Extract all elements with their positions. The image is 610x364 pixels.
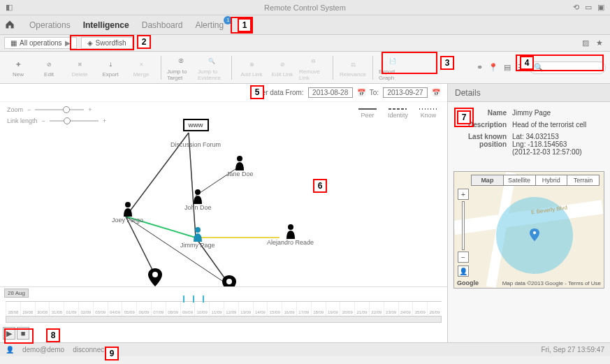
remove-link-button[interactable]: ⊖Remove Link xyxy=(299,54,327,82)
picture-icon[interactable]: ▨ xyxy=(581,38,590,48)
value-lng: Lng: -118.154563 xyxy=(512,140,604,148)
legend-know: Know xyxy=(421,112,437,119)
export-graph-button[interactable]: 📄Export Graph xyxy=(379,54,407,82)
tab-dashboard[interactable]: Dashboard xyxy=(142,20,183,30)
filter-to-input[interactable]: 2013-09-27 xyxy=(383,87,428,98)
node-label: Jane Doe xyxy=(226,170,254,177)
crumb-all-operations[interactable]: ▦ All operations ▶ xyxy=(4,37,77,49)
zoom-label: Zoom xyxy=(7,106,23,113)
view-pin-icon[interactable]: 📍 xyxy=(488,63,498,73)
merge-button[interactable]: ⨉Merge xyxy=(127,54,155,82)
map-tab-map[interactable]: Map xyxy=(472,175,504,185)
svg-line-4 xyxy=(189,133,196,238)
callout-2: 2 xyxy=(137,35,151,49)
map-zoom-rail[interactable] xyxy=(462,201,465,250)
home-icon[interactable] xyxy=(4,19,17,31)
delete-button[interactable]: ✖Delete xyxy=(66,54,94,82)
operations-icon: ▦ xyxy=(10,39,17,47)
map-type-tabs: Map Satellite Hybrid Terrain xyxy=(471,175,600,186)
map-tab-hybrid[interactable]: Hybrid xyxy=(536,175,568,185)
tab-alerting[interactable]: Alerting 1 xyxy=(195,20,224,30)
star-icon[interactable]: ★ xyxy=(595,38,604,48)
view-graph-icon[interactable]: ⚭ xyxy=(474,63,484,73)
callout-3: 3 xyxy=(440,56,454,70)
crumb-target[interactable]: ◈ Swordfish xyxy=(81,37,133,49)
map-zoom-control: + − 👤 xyxy=(457,189,470,277)
tab-operations[interactable]: Operations xyxy=(29,20,71,30)
timeline-tag[interactable]: 28 Aug xyxy=(4,289,29,298)
node-alejandro[interactable]: Alejandro Reade xyxy=(267,224,314,246)
callout-5: 5 xyxy=(250,85,264,99)
details-panel: Details NameJimmy Page DescriptionHead o… xyxy=(448,84,610,342)
svg-point-18 xyxy=(533,231,536,234)
map-tab-satellite[interactable]: Satellite xyxy=(504,175,536,185)
view-grid-icon[interactable]: ▤ xyxy=(502,63,512,73)
window-icon[interactable]: ▭ xyxy=(583,3,593,13)
status-user: demo@demo xyxy=(22,346,64,354)
filter-from-input[interactable]: 2013-08-28 xyxy=(308,87,353,98)
stop-button[interactable]: ■ xyxy=(17,327,29,340)
calendar-icon[interactable]: 📅 xyxy=(432,89,440,96)
tab-alerting-label: Alerting xyxy=(195,20,224,30)
callout-8: 8 xyxy=(46,328,60,342)
svg-point-12 xyxy=(237,156,242,161)
tab-intelligence[interactable]: Intelligence xyxy=(83,20,129,30)
svg-point-11 xyxy=(125,202,131,208)
filter-row: Filter data From: 2013-08-28 📅 To: 2013-… xyxy=(0,84,447,102)
search-input[interactable]: 🔍 xyxy=(529,61,606,74)
svg-point-14 xyxy=(195,227,201,233)
node-label: John Doe xyxy=(184,204,212,211)
callout-1: 1 xyxy=(238,18,252,32)
node-jimmy[interactable]: Jimmy Page xyxy=(180,226,215,249)
svg-point-15 xyxy=(288,224,293,230)
jump-to-evidence-button[interactable]: 🔍Jump to Evidence xyxy=(198,54,226,82)
zoom-slider[interactable] xyxy=(35,109,84,110)
timeline-event-marker xyxy=(183,296,184,303)
node-john[interactable]: John Doe xyxy=(184,189,212,211)
relevance-button[interactable]: ⚖Relevance xyxy=(339,54,367,82)
svg-point-17 xyxy=(226,279,232,284)
calendar-icon[interactable]: 📅 xyxy=(357,89,365,96)
graph-canvas[interactable]: www Discussion Forum Joey Fargo Jane Doe… xyxy=(0,119,447,285)
value-time: (2012-12-03 12:57:00) xyxy=(512,148,604,156)
refresh-icon[interactable]: ⟲ xyxy=(571,3,581,13)
toolbar: ✚New ⊘Edit ✖Delete ⤓Export ⨉Merge ⦿Jump … xyxy=(0,52,610,84)
filter-to-label: To: xyxy=(370,89,379,96)
map-pin-icon xyxy=(530,228,539,242)
new-button[interactable]: ✚New xyxy=(4,54,32,82)
edit-button[interactable]: ⊘Edit xyxy=(35,54,63,82)
google-logo: Google xyxy=(457,279,479,286)
target-icon: ◈ xyxy=(87,39,93,47)
map-tab-terrain[interactable]: Terrain xyxy=(567,175,599,185)
minus-icon[interactable]: − xyxy=(27,106,31,113)
edit-link-button[interactable]: ⊘Edit Link xyxy=(268,54,296,82)
node-joey[interactable]: Joey Fargo xyxy=(112,201,143,224)
map-streetview-icon[interactable]: 👤 xyxy=(458,265,469,277)
graph-legend: Peer Identity Know xyxy=(358,108,437,119)
timeline-scrollbar[interactable] xyxy=(6,316,442,323)
node-label: Alejandro Reade xyxy=(267,239,314,246)
map-widget[interactable]: E Beverly Blvd Map Satellite Hybrid Terr… xyxy=(453,171,604,289)
map-credit: Map data ©2013 Google - Terms of Use xyxy=(502,280,601,286)
map-zoom-in[interactable]: + xyxy=(458,189,469,200)
close-icon[interactable]: ▣ xyxy=(596,3,606,13)
plus-icon[interactable]: + xyxy=(88,106,92,113)
value-pos: Lat: 34.032153 Lng: -118.154563 (2012-12… xyxy=(512,133,604,156)
map-zoom-out[interactable]: − xyxy=(458,252,469,263)
node-jane[interactable]: Jane Doe xyxy=(226,155,254,177)
legend-peer: Peer xyxy=(361,112,374,119)
add-link-button[interactable]: ⊕Add Link xyxy=(238,54,266,82)
www-icon: www xyxy=(183,119,209,131)
play-button[interactable]: ▶ xyxy=(3,327,15,340)
node-forum[interactable]: www Discussion Forum xyxy=(170,119,221,148)
toolbar-sep xyxy=(333,56,333,80)
timeline-event-marker xyxy=(193,296,194,303)
toolbar-sep xyxy=(161,56,161,80)
titlebar: ◧ Remote Control System ⟲ ▭ ▣ xyxy=(0,0,610,15)
toolbar-sep xyxy=(231,56,232,80)
timeline-event-marker xyxy=(203,296,204,303)
jump-to-target-button[interactable]: ⦿Jump to Target xyxy=(167,54,195,82)
export-button[interactable]: ⤓Export xyxy=(96,54,124,82)
user-icon: 👤 xyxy=(6,346,14,354)
breadcrumb-bar: ▦ All operations ▶ ◈ Swordfish ▨ ★ xyxy=(0,35,610,52)
